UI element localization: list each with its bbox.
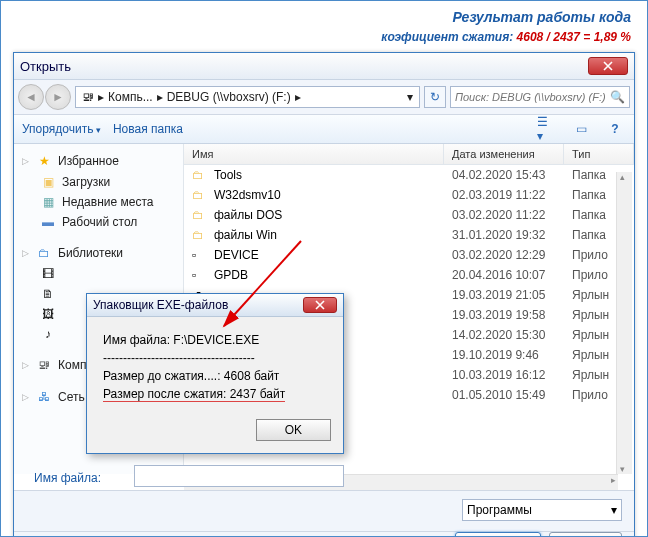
close-button[interactable] (588, 57, 628, 75)
column-name[interactable]: Имя (184, 144, 444, 164)
help-icon[interactable]: ? (604, 119, 626, 139)
column-date[interactable]: Дата изменения (444, 144, 564, 164)
sidebar-item-desktop[interactable]: ▬Рабочий стол (18, 212, 179, 232)
exe-icon: ▫ (192, 268, 208, 282)
folder-icon: 🗀 (192, 168, 208, 182)
file-row[interactable]: 🗀файлы DOS03.02.2020 11:22Папка (184, 205, 634, 225)
new-folder-button[interactable]: Новая папка (113, 122, 183, 136)
refresh-button[interactable]: ↻ (424, 86, 446, 108)
result-caption: Результат работы кода (1, 1, 647, 29)
sidebar-item-recent[interactable]: ▦Недавние места (18, 192, 179, 212)
file-row[interactable]: ▫DEVICE03.02.2020 12:29Прило (184, 245, 634, 265)
search-icon: 🔍 (610, 90, 625, 104)
message-box: Упаковщик EXE-файлов Имя файла: F:\DEVIC… (86, 293, 344, 454)
video-icon: 🎞 (40, 266, 56, 282)
file-type-filter[interactable]: Программы▾ (462, 499, 622, 521)
preview-pane-icon[interactable]: ▭ (570, 119, 592, 139)
organize-menu[interactable]: Упорядочить (22, 122, 101, 136)
document-icon: 🗎 (40, 286, 56, 302)
sidebar-lib-video[interactable]: 🎞 (18, 264, 179, 284)
recent-icon: ▦ (40, 194, 56, 210)
open-button[interactable]: Открыть▾ (455, 532, 541, 537)
file-row[interactable]: 🗀файлы Win31.01.2020 19:32Папка (184, 225, 634, 245)
nav-bar: ◄ ► 🖳 ▸ Компь... ▸ DEBUG (\\vboxsrv) (F:… (14, 80, 634, 115)
back-button[interactable]: ◄ (18, 84, 44, 110)
filename-input[interactable] (134, 465, 344, 487)
sidebar-libraries[interactable]: ▷🗀Библиотеки (18, 242, 179, 264)
breadcrumb[interactable]: 🖳 ▸ Компь... ▸ DEBUG (\\vboxsrv) (F:) ▸ … (75, 86, 420, 108)
file-row[interactable]: 🗀Tools04.02.2020 15:43Папка (184, 165, 634, 185)
view-menu-icon[interactable]: ☰ ▾ (536, 119, 558, 139)
cancel-button[interactable]: Отмена (549, 532, 622, 537)
music-icon: ♪ (40, 326, 56, 342)
msgbox-ok-button[interactable]: OK (256, 419, 331, 441)
sidebar-favorites[interactable]: ▷★Избранное (18, 150, 179, 172)
star-icon: ★ (36, 153, 52, 169)
toolbar: Упорядочить Новая папка ☰ ▾ ▭ ? (14, 115, 634, 144)
desktop-icon: ▬ (40, 214, 56, 230)
dialog-title: Открыть (20, 59, 588, 74)
column-type[interactable]: Тип (564, 144, 634, 164)
file-row[interactable]: 🗀W32dsmv1002.03.2019 11:22Папка (184, 185, 634, 205)
vertical-scrollbar[interactable] (616, 172, 632, 474)
exe-icon: ▫ (192, 248, 208, 262)
library-icon: 🗀 (36, 245, 52, 261)
sidebar-item-downloads[interactable]: ▣Загрузки (18, 172, 179, 192)
title-bar: Открыть (14, 53, 634, 80)
search-input[interactable]: 🔍 (450, 86, 630, 108)
ratio-caption: коэфициент сжатия: 4608 / 2437 = 1,89 % (1, 29, 647, 52)
forward-button[interactable]: ► (45, 84, 71, 110)
msgbox-close-button[interactable] (303, 297, 337, 313)
folder-icon: 🗀 (192, 188, 208, 202)
picture-icon: 🖼 (40, 306, 56, 322)
computer-icon: 🖳 (80, 89, 96, 105)
folder-icon: 🗀 (192, 208, 208, 222)
file-row[interactable]: ▫GPDB20.04.2016 10:07Прило (184, 265, 634, 285)
msgbox-body: Имя файла: F:\DEVICE.EXE ---------------… (87, 317, 343, 411)
folder-icon: ▣ (40, 174, 56, 190)
computer-icon: 🖳 (36, 357, 52, 373)
filename-label: Имя файла: (34, 471, 101, 485)
network-icon: 🖧 (36, 389, 52, 405)
bottom-bar: Имя файла: Программы▾ (14, 490, 634, 531)
msgbox-title: Упаковщик EXE-файлов (93, 298, 303, 312)
folder-icon: 🗀 (192, 228, 208, 242)
